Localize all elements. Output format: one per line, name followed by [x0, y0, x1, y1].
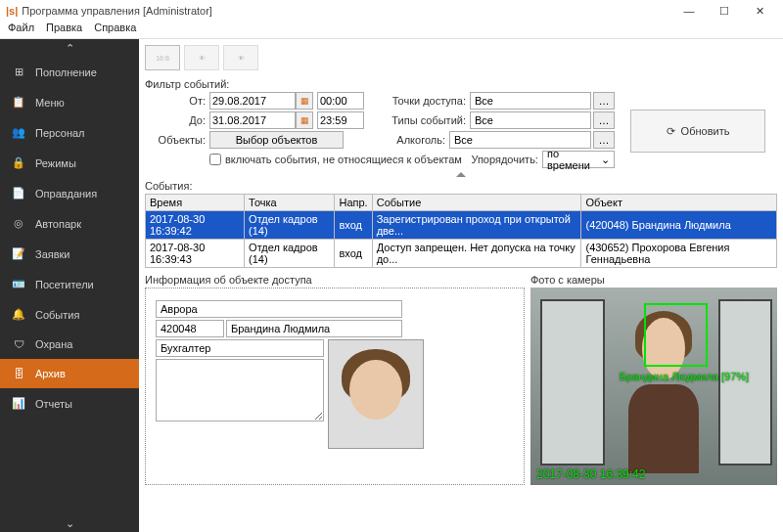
sidebar-item-4[interactable]: 📄Оправдания	[0, 178, 139, 208]
sidebar-label: Заявки	[35, 248, 70, 260]
sidebar-scroll-up[interactable]: ⌃	[0, 39, 139, 57]
sidebar-label: Автопарк	[35, 218, 81, 230]
filter-title: Фильтр событий:	[145, 78, 777, 90]
sidebar-icon: 👥	[12, 126, 25, 139]
sidebar-item-5[interactable]: ◎Автопарк	[0, 208, 139, 239]
thumbnail-1[interactable]: 16:8	[145, 45, 180, 70]
sidebar-item-11[interactable]: 📊Отчеты	[0, 388, 139, 419]
sidebar-icon: 🪪	[12, 278, 25, 290]
to-label: До:	[145, 114, 206, 126]
event-types-combo[interactable]: Все	[470, 111, 591, 129]
window-title: Программа управления [Administrator]	[22, 5, 212, 17]
sidebar-label: Режимы	[35, 157, 76, 169]
sidebar-item-10[interactable]: 🗄Архив	[0, 359, 139, 388]
sidebar-icon: ⊞	[12, 66, 25, 78]
info-id[interactable]	[156, 320, 224, 337]
sidebar-item-3[interactable]: 🔒Режимы	[0, 148, 139, 178]
refresh-button[interactable]: ⟳ Обновить	[630, 110, 765, 153]
face-detection-box	[644, 303, 709, 367]
sidebar-item-7[interactable]: 🪪Посетители	[0, 269, 139, 299]
info-title: Информация об объекте доступа	[145, 274, 525, 286]
col-time[interactable]: Время	[146, 195, 245, 211]
thumbnail-2[interactable]: 👁	[184, 45, 219, 70]
from-label: От:	[145, 95, 206, 107]
menu-help[interactable]: Справка	[94, 22, 136, 38]
sidebar-item-0[interactable]: ⊞Пополнение	[0, 57, 139, 87]
sidebar-item-9[interactable]: 🛡Охрана	[0, 330, 139, 359]
col-point[interactable]: Точка	[245, 195, 335, 211]
sidebar-label: Охрана	[35, 338, 72, 350]
to-time-input[interactable]	[317, 111, 364, 129]
sidebar-label: Оправдания	[35, 188, 97, 200]
objects-button[interactable]: Выбор объектов	[209, 131, 344, 149]
sidebar-item-6[interactable]: 📝Заявки	[0, 239, 139, 269]
sidebar-icon: 🗄	[12, 368, 25, 379]
to-date-picker-icon[interactable]: ▦	[296, 111, 313, 129]
sidebar-label: Архив	[35, 368, 66, 379]
info-position[interactable]	[156, 339, 324, 357]
maximize-button[interactable]: ☐	[707, 0, 742, 22]
collapse-handle[interactable]	[456, 172, 466, 177]
sidebar-icon: 🔔	[12, 308, 25, 321]
col-dir[interactable]: Напр.	[335, 195, 372, 211]
events-table[interactable]: Время Точка Напр. Событие Объект 2017-08…	[145, 194, 777, 268]
thumbnail-3[interactable]: 👁	[223, 45, 258, 70]
info-company[interactable]	[156, 300, 402, 318]
from-date-picker-icon[interactable]: ▦	[296, 92, 313, 110]
sidebar-item-8[interactable]: 🔔События	[0, 299, 139, 330]
sidebar-icon: 🔒	[12, 156, 25, 169]
minimize-button[interactable]: —	[671, 0, 707, 22]
app-icon: |s|	[6, 5, 18, 17]
from-time-input[interactable]	[317, 92, 364, 110]
from-date-input[interactable]	[209, 92, 296, 110]
info-notes[interactable]	[156, 359, 324, 421]
camera-title: Фото с камеры	[530, 274, 777, 286]
sidebar-label: События	[35, 309, 79, 321]
sidebar-label: Пополнение	[35, 66, 97, 78]
recognition-label: Брандина Людмила [97%]	[620, 371, 749, 382]
table-row[interactable]: 2017-08-30 16:39:42Отдел кадров (14)вход…	[146, 211, 777, 240]
sidebar-item-2[interactable]: 👥Персонал	[0, 117, 139, 148]
close-button[interactable]: ✕	[742, 0, 777, 22]
sidebar-icon: 📝	[12, 247, 25, 260]
sort-label: Упорядочить:	[462, 154, 538, 165]
sidebar-label: Посетители	[35, 279, 94, 290]
access-points-browse[interactable]: …	[593, 92, 615, 110]
info-name[interactable]	[226, 320, 402, 337]
sort-combo[interactable]: по времени⌄	[542, 151, 615, 168]
sidebar-icon: 📄	[12, 187, 25, 200]
sidebar-label: Отчеты	[35, 398, 72, 410]
objects-label: Объекты:	[145, 134, 206, 146]
access-points-combo[interactable]: Все	[470, 92, 591, 110]
include-unrelated-checkbox[interactable]: включать события, не относящиеся к объек…	[209, 154, 462, 165]
sidebar-label: Меню	[35, 97, 65, 109]
access-points-label: Точки доступа:	[390, 95, 466, 107]
alcohol-label: Алкоголь:	[369, 134, 445, 146]
sidebar-icon: 📊	[12, 397, 25, 410]
event-types-label: Типы событий:	[390, 114, 466, 126]
sidebar-icon: 🛡	[12, 338, 25, 350]
camera-image: Брандина Людмила [97%] 2017-08-30 16:39:…	[530, 288, 777, 485]
col-object[interactable]: Объект	[581, 195, 777, 211]
sidebar-icon: ◎	[12, 217, 25, 230]
alcohol-browse[interactable]: …	[593, 131, 615, 149]
sidebar-icon: 📋	[12, 96, 25, 109]
event-types-browse[interactable]: …	[593, 111, 615, 129]
person-photo	[328, 339, 424, 449]
sidebar-scroll-down[interactable]: ⌄	[0, 514, 139, 532]
sidebar-label: Персонал	[35, 127, 85, 139]
to-date-input[interactable]	[209, 111, 296, 129]
camera-timestamp: 2017-08-30 16:39:42	[536, 467, 645, 481]
table-row[interactable]: 2017-08-30 16:39:43Отдел кадров (14)вход…	[146, 240, 777, 268]
refresh-icon: ⟳	[667, 125, 675, 138]
col-event[interactable]: Событие	[372, 195, 581, 211]
alcohol-combo[interactable]: Все	[449, 131, 591, 149]
sidebar-item-1[interactable]: 📋Меню	[0, 87, 139, 117]
menu-edit[interactable]: Правка	[46, 22, 82, 38]
menu-file[interactable]: Файл	[8, 22, 34, 38]
events-title: События:	[145, 180, 777, 192]
